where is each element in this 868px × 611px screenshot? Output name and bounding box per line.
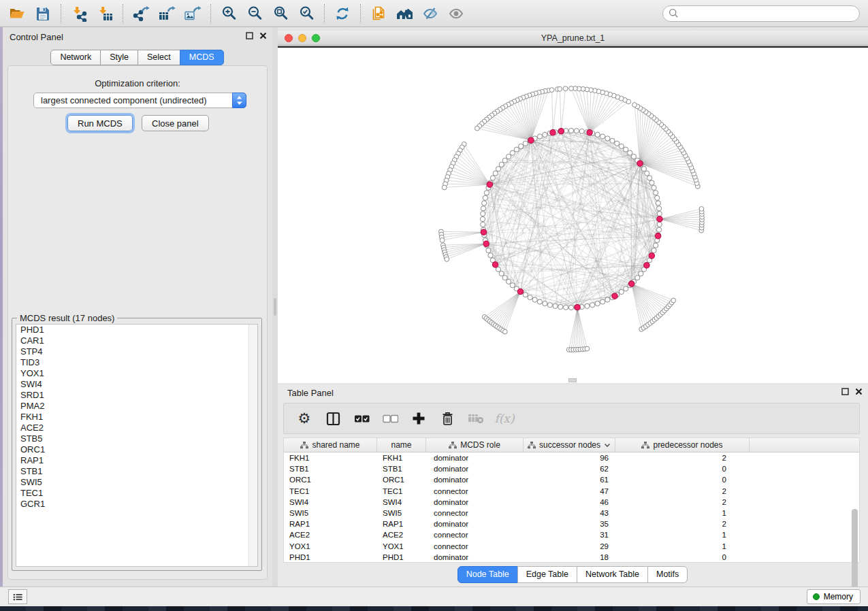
tab-mcds[interactable]: MCDS — [180, 50, 224, 65]
cell[interactable]: ACE2 — [377, 531, 426, 539]
cell[interactable]: STB1 — [377, 465, 426, 473]
cell[interactable]: 2 — [615, 520, 750, 528]
list-item[interactable]: RAP1 — [16, 455, 257, 466]
cell[interactable]: PHD1 — [284, 553, 377, 561]
network-window-titlebar[interactable]: YPA_prune.txt_1 — [278, 31, 868, 46]
cell[interactable]: SWI5 — [284, 509, 377, 517]
cell[interactable]: connector — [426, 542, 524, 550]
memory-button[interactable]: Memory — [807, 589, 861, 604]
cell[interactable]: 18 — [524, 553, 615, 561]
close-panel-icon[interactable] — [855, 388, 863, 395]
cell[interactable]: 1 — [615, 542, 750, 550]
zoom-in-button[interactable] — [216, 2, 242, 25]
cell[interactable]: FKH1 — [377, 454, 426, 462]
table-row[interactable]: TEC1TEC1connector472 — [284, 486, 859, 497]
tab-network[interactable]: Network — [50, 50, 101, 65]
canvas-grip[interactable] — [568, 378, 577, 382]
run-mcds-button[interactable]: Run MCDS — [67, 115, 133, 131]
column-header-MCDS-role[interactable]: MCDS role — [426, 438, 524, 452]
list-item[interactable]: PHD1 — [16, 325, 257, 335]
list-scrollbar[interactable] — [248, 325, 257, 566]
list-item[interactable]: PMA2 — [16, 401, 257, 412]
table-row[interactable]: ACE2ACE2connector311 — [284, 529, 859, 540]
cell[interactable]: ACE2 — [284, 531, 377, 539]
cell[interactable]: TEC1 — [377, 487, 426, 495]
cell[interactable]: 96 — [524, 454, 615, 462]
column-header-successor-nodes[interactable]: successor nodes — [524, 438, 615, 452]
cell[interactable]: YOX1 — [377, 542, 426, 550]
table-row[interactable]: YOX1YOX1connector291 — [284, 541, 859, 552]
birds-eye-view-button[interactable] — [443, 2, 469, 25]
table-row[interactable]: STB1STB1dominator620 — [284, 463, 859, 474]
cell[interactable]: 29 — [524, 542, 615, 550]
search-box[interactable] — [662, 5, 860, 22]
cell[interactable]: 0 — [615, 465, 750, 473]
save-session-button[interactable] — [30, 2, 56, 25]
cell[interactable]: 43 — [524, 509, 615, 517]
zoom-out-button[interactable] — [242, 2, 268, 25]
close-panel-icon[interactable] — [259, 32, 267, 39]
zoom-selected-button[interactable] — [293, 2, 319, 25]
optimization-criterion-select[interactable]: largest connected component (undirected) — [33, 93, 246, 108]
search-input[interactable] — [682, 8, 854, 19]
cell[interactable]: FKH1 — [284, 454, 377, 462]
table-row[interactable]: SWI4SWI4dominator462 — [284, 497, 859, 508]
list-item[interactable]: TEC1 — [16, 488, 257, 499]
table-row[interactable]: FKH1FKH1dominator962 — [284, 452, 859, 463]
cell[interactable]: 2 — [615, 487, 750, 495]
cell[interactable]: 31 — [524, 531, 615, 539]
cell[interactable]: ORC1 — [284, 476, 377, 484]
select-all-rows-button[interactable] — [351, 407, 372, 430]
cell[interactable]: 35 — [524, 520, 615, 528]
import-table-button[interactable] — [92, 2, 118, 25]
cell[interactable]: 62 — [524, 465, 615, 473]
splitter-grip[interactable] — [274, 298, 276, 316]
cell[interactable]: connector — [426, 531, 524, 539]
cell[interactable]: 1 — [615, 531, 750, 539]
cell[interactable]: YOX1 — [284, 542, 377, 550]
open-file-button[interactable] — [4, 2, 30, 25]
list-item[interactable]: STB1 — [16, 466, 257, 477]
close-panel-button[interactable]: Close panel — [142, 115, 209, 131]
hide-graphics-details-button[interactable] — [417, 2, 443, 25]
tab-motifs[interactable]: Motifs — [647, 566, 688, 583]
cell[interactable]: dominator — [426, 520, 524, 528]
list-item[interactable]: STB5 — [16, 433, 257, 444]
mcds-result-list[interactable]: PHD1CAR1STP4TID3YOX1SWI4SRD1PMA2FKH1ACE2… — [16, 324, 258, 567]
table-settings-button[interactable]: ⚙ — [293, 407, 315, 430]
column-header-predecessor-nodes[interactable]: predecessor nodes — [615, 438, 750, 452]
share-network-document-button[interactable] — [366, 2, 391, 25]
cell[interactable]: 47 — [524, 487, 615, 495]
list-item[interactable]: TID3 — [16, 357, 257, 368]
list-item[interactable]: GCR1 — [16, 499, 257, 510]
table-row[interactable]: ORC1ORC1dominator610 — [284, 474, 859, 485]
import-network-button[interactable] — [66, 2, 92, 25]
cell[interactable]: dominator — [426, 476, 524, 484]
list-item[interactable]: FKH1 — [16, 412, 257, 423]
list-item[interactable]: ORC1 — [16, 444, 257, 455]
cell[interactable]: 2 — [615, 498, 750, 506]
cell[interactable]: 61 — [524, 476, 615, 484]
list-item[interactable]: ACE2 — [16, 423, 257, 433]
list-item[interactable]: YOX1 — [16, 368, 257, 379]
cell[interactable]: SWI4 — [284, 498, 377, 506]
create-column-button[interactable] — [408, 407, 430, 430]
delete-column-button[interactable] — [436, 407, 458, 430]
table-row[interactable]: SWI5SWI5connector431 — [284, 508, 859, 518]
show-panels-menu-button[interactable] — [8, 589, 27, 604]
deselect-all-rows-button[interactable] — [379, 407, 401, 430]
cell[interactable]: connector — [426, 509, 524, 517]
list-item[interactable]: STP4 — [16, 346, 257, 357]
tab-style[interactable]: Style — [100, 50, 138, 65]
network-canvas[interactable] — [278, 46, 868, 383]
cell[interactable]: RAP1 — [284, 520, 377, 528]
cell[interactable]: 0 — [615, 476, 750, 484]
cell[interactable]: 1 — [615, 509, 750, 517]
list-item[interactable]: CAR1 — [16, 335, 257, 346]
panel-splitter[interactable] — [272, 27, 278, 587]
cell[interactable]: 2 — [615, 454, 750, 462]
float-panel-icon[interactable] — [246, 32, 253, 39]
cell[interactable]: TEC1 — [284, 487, 377, 495]
table-row[interactable]: RAP1RAP1dominator352 — [284, 518, 859, 529]
refresh-button[interactable] — [329, 2, 355, 25]
